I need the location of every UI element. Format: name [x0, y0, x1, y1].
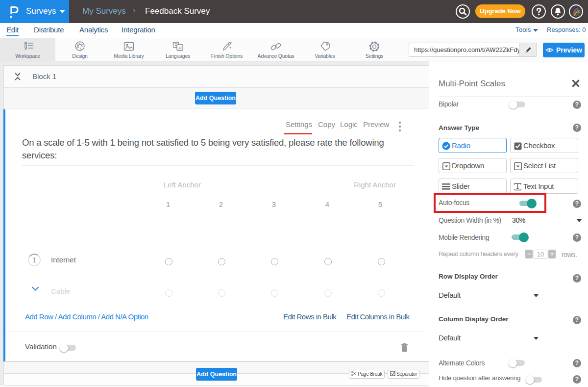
svg-text:A: A — [178, 46, 181, 51]
